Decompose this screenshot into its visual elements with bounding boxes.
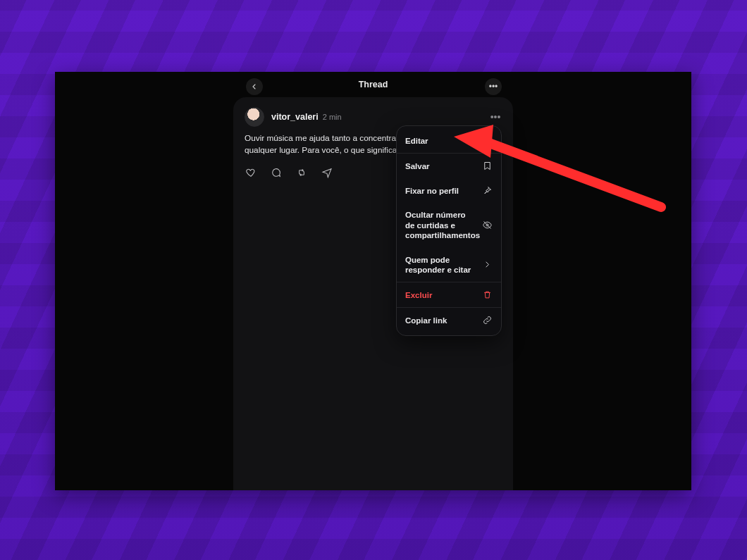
menu-item-label: Editar [405, 136, 428, 146]
reply-button[interactable] [270, 166, 283, 179]
paper-plane-icon [321, 167, 333, 178]
post-more-button[interactable]: ••• [489, 111, 502, 123]
avatar[interactable] [245, 107, 264, 127]
trash-icon [482, 290, 493, 300]
menu-item-edit[interactable]: Editar 1:56 [397, 129, 501, 153]
heart-icon [245, 167, 257, 178]
menu-item-pin[interactable]: Fixar no perfil [397, 178, 501, 203]
menu-item-hide-counts[interactable]: Ocultar número de curtidas e compartilha… [397, 203, 501, 247]
more-horizontal-icon: ••• [490, 111, 501, 123]
eye-off-icon [482, 220, 493, 230]
page-title: Thread [55, 80, 691, 89]
app-window: Thread ••• vitor_valeri 2 min ••• Ouvir … [55, 72, 691, 490]
post-timestamp: 2 min [323, 113, 342, 121]
edit-time-remaining: 1:56 [479, 137, 493, 145]
pin-icon [482, 185, 493, 196]
menu-item-label: Quem pode responder e citar [405, 255, 476, 275]
topbar: Thread ••• [55, 72, 691, 96]
repost-button[interactable] [295, 166, 308, 179]
menu-item-copy-link[interactable]: Copiar link [397, 307, 501, 332]
repost-icon [296, 167, 307, 178]
menu-item-label: Salvar [405, 161, 430, 171]
post-context-menu: Editar 1:56 Salvar Fixar no perfil Ocult… [396, 125, 502, 336]
chevron-right-icon [482, 259, 493, 270]
bookmark-icon [482, 161, 493, 171]
menu-item-save[interactable]: Salvar [397, 153, 501, 178]
menu-item-label: Fixar no perfil [405, 186, 459, 196]
username[interactable]: vitor_valeri [271, 112, 319, 122]
thread-panel: vitor_valeri 2 min ••• Ouvir música me a… [233, 97, 513, 490]
link-icon [482, 315, 493, 325]
menu-item-delete[interactable]: Excluir [397, 282, 501, 307]
menu-item-label: Ocultar número de curtidas e compartilha… [405, 210, 476, 240]
share-button[interactable] [321, 166, 333, 179]
top-more-button[interactable]: ••• [485, 78, 502, 95]
chat-bubble-icon [271, 167, 282, 178]
menu-item-label: Copiar link [405, 316, 447, 325]
user-meta: vitor_valeri 2 min [271, 112, 342, 122]
menu-item-who-can-reply[interactable]: Quem pode responder e citar [397, 248, 501, 282]
menu-item-label: Excluir [405, 290, 432, 300]
like-button[interactable] [245, 166, 257, 179]
